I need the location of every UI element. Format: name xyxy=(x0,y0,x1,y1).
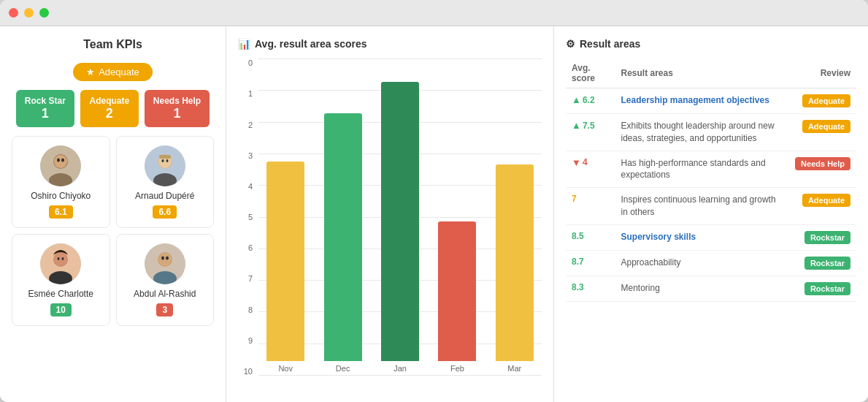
team-grid: Oshiro Chiyoko 6.1 xyxy=(12,136,214,326)
bar-mar-label: Mar xyxy=(507,364,521,376)
svg-point-24 xyxy=(166,257,169,260)
svg-rect-10 xyxy=(159,155,171,159)
result-table-body: ▲ 6.2Leadership management objectivesAde… xyxy=(566,88,856,302)
overall-badge: ★ Adequate xyxy=(73,63,153,81)
avatar-3 xyxy=(145,243,185,284)
result-area-text-1: Exhibits thought leadership around new i… xyxy=(615,114,789,151)
table-row: ▼ 4Has high-performance standards and ex… xyxy=(566,151,856,188)
kpi-adequate: Adequate 2 xyxy=(80,90,139,127)
result-table: Avg. score Result areas Review ▲ 6.2Lead… xyxy=(566,58,856,302)
result-score-5: 8.7 xyxy=(566,250,615,276)
result-score-3: 7 xyxy=(566,188,615,225)
table-header-row: Avg. score Result areas Review xyxy=(566,58,856,88)
svg-point-23 xyxy=(161,257,164,260)
member-score-1: 6.6 xyxy=(153,205,177,219)
bar-feb-rect xyxy=(438,221,476,361)
star-icon: ★ xyxy=(86,67,95,77)
result-review-3: Adequate xyxy=(789,188,856,225)
minimize-button[interactable] xyxy=(24,8,34,18)
result-score-2: ▼ 4 xyxy=(566,151,615,188)
bars-area: Nov Dec Jan xyxy=(258,58,542,390)
team-card-0: Oshiro Chiyoko 6.1 xyxy=(12,136,110,228)
bar-jan-label: Jan xyxy=(393,364,407,376)
table-row: ▲ 6.2Leadership management objectivesAde… xyxy=(566,88,856,114)
main-content: Team KPIs ★ Adequate Rock Star 1 Adequat… xyxy=(0,26,868,402)
team-card-2: Esmée Charlotte 10 xyxy=(12,234,110,326)
titlebar xyxy=(0,0,868,26)
result-review-5: Rockstar xyxy=(789,250,856,276)
bar-nov-rect xyxy=(266,162,304,361)
avatar-0 xyxy=(40,145,81,186)
svg-point-5 xyxy=(61,159,64,162)
member-score-3: 3 xyxy=(156,303,173,316)
chart-title: 📊 Avg. result area scores xyxy=(238,38,542,50)
chart-panel: 📊 Avg. result area scores 10 9 8 7 6 5 4… xyxy=(226,26,554,402)
bar-jan-rect xyxy=(381,82,419,361)
panel-title: Team KPIs xyxy=(12,38,214,51)
col-review: Review xyxy=(789,58,856,88)
col-avg-score: Avg. score xyxy=(566,58,615,88)
kpi-rockstar: Rock Star 1 xyxy=(16,90,74,127)
chart-area: 10 9 8 7 6 5 4 3 2 1 0 xyxy=(238,58,542,390)
bar-mar: Mar xyxy=(488,58,542,376)
member-name-0: Oshiro Chiyoko xyxy=(31,191,91,201)
result-area-text-0: Leadership management objectives xyxy=(615,88,789,114)
col-result-areas: Result areas xyxy=(615,58,789,88)
result-score-0: ▲ 6.2 xyxy=(566,88,615,114)
bar-jan: Jan xyxy=(373,58,427,376)
result-areas-title: ⚙ Result areas xyxy=(566,38,856,50)
svg-point-4 xyxy=(57,159,60,162)
sliders-icon: ⚙ xyxy=(566,38,575,50)
result-score-4: 8.5 xyxy=(566,224,615,250)
table-row: 8.3MentoringRockstar xyxy=(566,276,856,301)
team-card-3: Abdul Al-Rashid 3 xyxy=(116,234,215,326)
kpi-needs-help-label: Needs Help xyxy=(153,96,201,106)
team-kpis-panel: Team KPIs ★ Adequate Rock Star 1 Adequat… xyxy=(0,26,226,402)
result-area-text-4: Supervisory skills xyxy=(615,224,789,250)
overall-badge-label: Adequate xyxy=(99,67,139,77)
bar-feb-label: Feb xyxy=(450,364,464,376)
result-review-2: Needs Help xyxy=(789,151,856,188)
svg-point-18 xyxy=(62,257,64,260)
close-button[interactable] xyxy=(9,8,18,18)
result-score-1: ▲ 7.5 xyxy=(566,114,615,151)
svg-point-17 xyxy=(58,257,60,260)
table-row: 8.7ApproachabilityRockstar xyxy=(566,250,856,276)
bar-nov-label: Nov xyxy=(278,364,293,376)
kpi-needs-help-count: 1 xyxy=(153,106,201,121)
kpi-adequate-label: Adequate xyxy=(89,96,130,106)
bar-feb: Feb xyxy=(430,58,484,376)
bar-dec-rect xyxy=(324,113,362,361)
kpi-rockstar-count: 1 xyxy=(25,106,66,121)
svg-point-12 xyxy=(166,159,168,162)
result-review-1: Adequate xyxy=(789,114,856,151)
kpi-row: Rock Star 1 Adequate 2 Needs Help 1 xyxy=(12,90,214,127)
result-areas-panel: ⚙ Result areas Avg. score Result areas R… xyxy=(554,26,868,402)
result-area-text-3: Inspires continuous learning and growth … xyxy=(615,188,789,225)
svg-point-11 xyxy=(161,159,164,162)
svg-point-16 xyxy=(54,253,67,266)
table-row: 7Inspires continuous learning and growth… xyxy=(566,188,856,225)
avatar-2 xyxy=(40,243,81,284)
app-window: Team KPIs ★ Adequate Rock Star 1 Adequat… xyxy=(0,0,868,402)
table-row: ▲ 7.5Exhibits thought leadership around … xyxy=(566,114,856,151)
kpi-needs-help: Needs Help 1 xyxy=(145,90,210,127)
bar-nov: Nov xyxy=(258,58,312,376)
bar-chart-icon: 📊 xyxy=(238,38,250,50)
result-area-text-2: Has high-performance standards and expec… xyxy=(615,151,789,188)
result-review-4: Rockstar xyxy=(789,224,856,250)
avatar-1 xyxy=(145,145,185,186)
result-review-0: Adequate xyxy=(789,88,856,114)
kpi-rockstar-label: Rock Star xyxy=(25,96,66,106)
member-name-2: Esmée Charlotte xyxy=(28,289,93,299)
svg-point-3 xyxy=(54,155,67,168)
bar-dec-label: Dec xyxy=(336,364,350,376)
member-name-3: Abdul Al-Rashid xyxy=(134,289,196,299)
member-score-2: 10 xyxy=(50,303,72,316)
bar-mar-rect xyxy=(496,164,534,361)
kpi-adequate-count: 2 xyxy=(89,106,130,121)
result-score-6: 8.3 xyxy=(566,276,615,301)
y-axis: 10 9 8 7 6 5 4 3 2 1 0 xyxy=(238,58,253,390)
result-area-text-5: Approachability xyxy=(615,250,789,276)
maximize-button[interactable] xyxy=(39,8,49,18)
